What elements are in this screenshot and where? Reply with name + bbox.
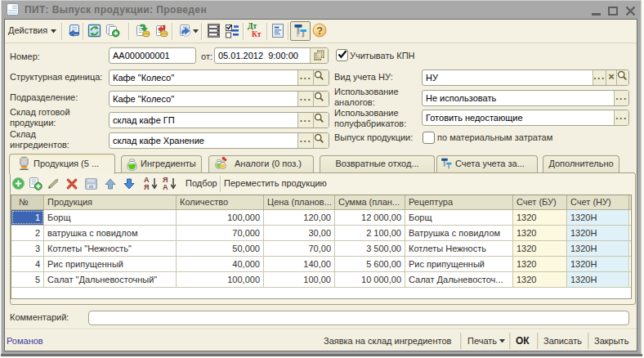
svg-text:?: ? — [316, 25, 323, 37]
svg-text:ok: ok — [89, 185, 94, 189]
